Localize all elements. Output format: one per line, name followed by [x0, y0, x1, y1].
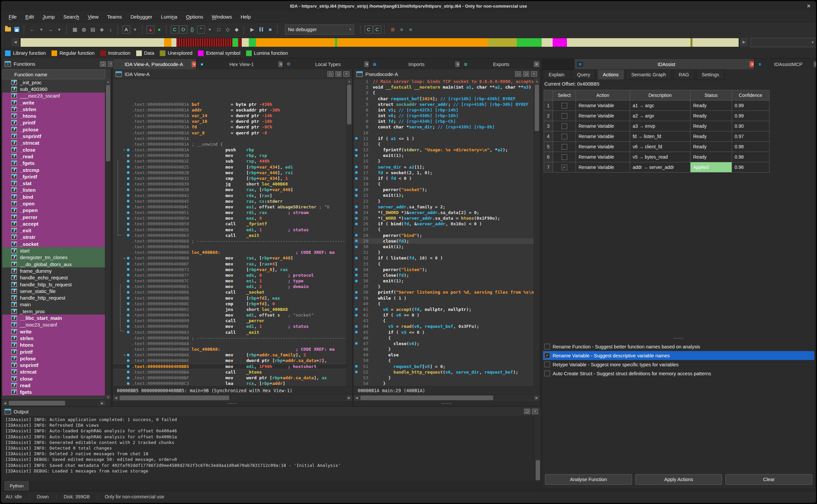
pseudocode-line[interactable]: 21 exit(1); — [354, 192, 534, 198]
pseudocode-line[interactable]: 14 exit(1); — [354, 153, 534, 158]
pseudocode-line[interactable]: 49 else — [354, 352, 534, 358]
option-checkbox[interactable]: ✓ — [544, 353, 550, 358]
back-caret-icon[interactable]: ▾ — [37, 25, 45, 34]
asm-line[interactable]: .text:0000000000400B99 call _perror — [113, 318, 346, 324]
pseudocode-line[interactable]: 41 v6 = accept(fd, nullptr, nullptr); — [354, 307, 534, 312]
function-row[interactable]: f_fgets — [2, 160, 105, 167]
function-row[interactable]: f_strlen — [2, 106, 105, 112]
ida-view-close-icon[interactable]: × — [343, 71, 349, 77]
forward-caret-icon[interactable]: ▾ — [55, 25, 63, 34]
function-row[interactable]: f_init_proc — [2, 79, 105, 86]
functions-horizontal-scrollbar[interactable]: ◀ ▶ — [2, 399, 111, 406]
edit-icon[interactable]: ◇ — [224, 25, 232, 34]
function-row[interactable]: f_socket — [2, 241, 105, 247]
ida-view-vertical-scrollbar[interactable]: ▲ — [346, 79, 352, 387]
function-row[interactable]: fmain — [2, 301, 105, 308]
action-type-option[interactable]: Retype Variable - Suggest more specific … — [543, 360, 814, 369]
pseudocode-line[interactable]: 51 request_buf[v5] = 0; — [354, 364, 534, 369]
asm-line[interactable]: .text:0000000000400B8E cmp [rbp+fd], 0 — [113, 301, 346, 307]
pseudocode-line[interactable]: 12 { — [354, 141, 534, 147]
asm-line[interactable]: .text:0000000000400B6F mov rax, [rax+8] — [113, 261, 346, 267]
tab-close-icon[interactable]: ✕ — [534, 61, 539, 67]
asm-line[interactable]: .text:0000000000400B81 mov edi, 2 ; doma… — [113, 284, 346, 289]
scroll-down-icon[interactable]: ▼ — [105, 395, 111, 400]
pseudocode-line[interactable]: 45 if ( v5 <= 0 ) — [354, 329, 534, 335]
scroll-left-icon[interactable]: ◀ — [113, 395, 118, 400]
menu-edit[interactable]: Edit — [21, 13, 38, 21]
action-row[interactable]: 6Rename Variablev5 → bytes_readReady0.98 — [544, 152, 770, 162]
asm-line[interactable]: .text:0000000000400B45 mov rax, cs:stder… — [113, 198, 346, 204]
pseudocode-line[interactable]: 33 { — [354, 261, 534, 267]
pseudocode-line[interactable]: 43 { — [354, 318, 534, 324]
navband-zoom-dropdown[interactable]: ▼ — [750, 38, 816, 47]
action-row[interactable]: 1Rename Variablea1 → argcReady0.99 — [544, 101, 770, 111]
function-row[interactable]: f_strncat — [2, 140, 105, 146]
menu-lumina[interactable]: Lumina — [157, 13, 182, 21]
action-type-option[interactable]: ✓Rename Variable - Suggest descriptive v… — [543, 351, 814, 360]
column-header[interactable]: Description — [630, 90, 691, 101]
pseudocode-line[interactable]: 17 fd = socket(2, 1, 0); — [354, 170, 534, 176]
pseudocode-line[interactable]: 50 { — [354, 358, 534, 363]
output-close-icon[interactable]: × — [532, 409, 538, 414]
lumina-icon[interactable]: ● — [155, 25, 163, 34]
asm-line[interactable]: .text:0000000000400B1A var_10 = dword pt… — [113, 118, 346, 124]
nav-marker-icon[interactable]: ▲ — [146, 26, 154, 34]
segments-icon[interactable]: ◍ — [80, 25, 88, 34]
scroll-up-icon[interactable]: ▲ — [105, 79, 111, 84]
row-checkbox[interactable] — [561, 154, 567, 160]
assist-tab-settings[interactable]: Settings — [696, 69, 725, 80]
asm-line[interactable]: .text:0000000000400B1A buf = byte ptr -4… — [113, 102, 346, 107]
function-row[interactable]: f_open — [2, 200, 105, 207]
asm-line[interactable]: .text:0000000000400B1A — [113, 136, 346, 141]
list-b-icon[interactable]: ≡ — [407, 25, 415, 34]
action-row[interactable]: 3Rename Variablea3 → envpReady0.90 — [544, 121, 770, 131]
scroll-up-icon[interactable]: ▲ — [346, 79, 352, 84]
function-row[interactable]: fread — [2, 382, 105, 389]
asm-line[interactable]: .text:0000000000400B8B mov [rbp+fd], eax — [113, 295, 346, 301]
compile-icon[interactable]: C — [365, 26, 373, 34]
pseudocode-line[interactable]: 29 close(fd); — [354, 238, 534, 244]
option-checkbox[interactable] — [544, 371, 550, 376]
apply-actions-button[interactable]: Apply Actions — [635, 474, 722, 485]
asm-line[interactable]: .text:0000000000400B2B mov [rbp+var_440]… — [113, 170, 346, 176]
tab-ida-view-a-pseudocode-a[interactable]: IDA View-A, Pseudocode-A✕ — [113, 58, 200, 70]
function-row[interactable]: f_accept — [2, 220, 105, 227]
asm-line[interactable]: .text:0000000000400B51 mov rdi, rax ; st… — [113, 210, 346, 215]
pause-icon[interactable] — [257, 25, 265, 34]
asm-line[interactable]: .text:0000000000400B3B mov rax, [rbp+var… — [113, 187, 346, 192]
scroll-left-icon[interactable]: ◀ — [2, 400, 8, 406]
pseudocode-line[interactable]: 23 server_addr.sa_family = 2; — [354, 204, 534, 210]
function-row[interactable]: fsub_400360 — [2, 86, 105, 92]
tab-idassistmcp[interactable]: ≣IDAssistMCP✕ — [754, 58, 816, 70]
function-row[interactable]: f__do_global_dtors_aux — [2, 261, 105, 267]
output-vertical-scrollbar[interactable] — [535, 416, 541, 481]
asm-line[interactable]: .text:0000000000400B25 mov [rbp+var_434]… — [113, 164, 346, 170]
asm-line[interactable]: .text:0000000000400BBA call _htons — [113, 369, 346, 375]
asm-line[interactable]: .text:0000000000400B92 jns short loc_400… — [113, 307, 346, 312]
text-caret-icon[interactable]: ▾ — [131, 25, 139, 34]
column-header[interactable]: Select — [553, 90, 576, 101]
pseudocode-line[interactable]: 47 close(v6); — [354, 341, 534, 346]
asm-line[interactable]: .text:0000000000400BA3 call _exit — [113, 329, 346, 335]
asm-line[interactable]: .text:0000000000400B68 — [113, 244, 346, 250]
ida-view-maximize-icon[interactable]: ▢ — [328, 71, 334, 77]
menu-file[interactable]: File — [4, 13, 21, 21]
functions-float-icon[interactable]: ❏ — [100, 61, 106, 67]
function-row[interactable]: f_perror — [2, 214, 105, 220]
pseudocode-line[interactable]: 2void __fastcall __noreturn main(int a1,… — [354, 84, 534, 90]
splitter-grip[interactable]: •••••• — [113, 401, 352, 406]
python-console-tab[interactable]: Python — [5, 481, 29, 490]
asm-line[interactable]: .text:0000000000400B42 mov rdx, [rax] — [113, 193, 346, 198]
asm-line[interactable]: .text:0000000000400B1E sub rsp, 440h — [113, 158, 346, 164]
asm-line[interactable]: .text:0000000000400B77 mov edx, 0 ; prot… — [113, 272, 346, 278]
asm-line[interactable]: .text:0000000000400B68 loc_400B68: ; COD… — [113, 250, 346, 255]
ida-view-float-icon[interactable]: ❏ — [335, 71, 341, 77]
pseudocode-close-icon[interactable]: × — [531, 71, 537, 77]
function-row[interactable]: f_snprintf — [2, 133, 105, 139]
column-header[interactable]: Action — [576, 90, 630, 101]
open-folder-icon[interactable] — [4, 25, 12, 34]
database-icon[interactable]: ▦ — [71, 25, 79, 34]
function-row[interactable]: fstrncat — [2, 369, 105, 375]
pseudocode-line[interactable]: 53 } — [354, 375, 534, 381]
pseudocode-line[interactable]: 25 *(_WORD *)server_addr.sa_data = htons… — [354, 215, 534, 221]
